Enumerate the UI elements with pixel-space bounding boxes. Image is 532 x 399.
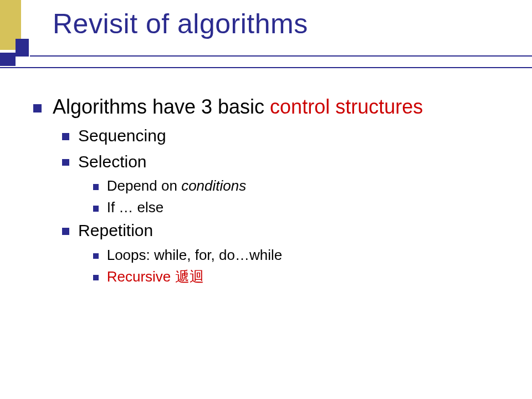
bullet-sequencing-label: Sequencing [78,125,166,147]
depend-italic: conditions [181,177,246,194]
bullet-recursive: Recursive 遞迴 [93,267,515,287]
bullet-icon [93,253,99,259]
bullet-intro-text: Algorithms have 3 basic control structur… [53,94,423,119]
bullet-icon [93,184,99,190]
bullet-recursive-label: Recursive 遞迴 [107,267,204,287]
bullet-loops: Loops: while, for, do…while [93,245,515,265]
slide: Revisit of algorithms Algorithms have 3 … [0,0,532,399]
bullet-selection: Selection [62,151,515,173]
bullet-repetition: Repetition [62,219,515,242]
bullet-icon [62,159,69,166]
slide-title: Revisit of algorithms [53,8,308,40]
bullet-icon [62,133,69,140]
bullet-icon [93,275,99,280]
bullet-icon [62,228,69,235]
bullet-selection-label: Selection [78,151,146,173]
bullet-ifelse-label: If … else [107,198,164,217]
title-underline [30,55,532,57]
bullet-depend: Depend on conditions [93,176,515,196]
title-underline-thin [0,67,532,68]
decor-navy-block-left [0,53,16,66]
depend-prefix: Depend on [107,177,181,194]
bullet-sequencing: Sequencing [62,125,515,147]
bullet-ifelse: If … else [93,198,515,217]
bullet-repetition-label: Repetition [78,219,153,242]
decor-navy-block-top [16,39,29,57]
intro-prefix: Algorithms have 3 basic [53,95,270,118]
bullet-loops-label: Loops: while, for, do…while [107,245,283,265]
intro-highlight: control structures [270,95,423,118]
bullet-depend-text: Depend on conditions [107,176,247,196]
bullet-icon [33,104,42,112]
slide-body: Algorithms have 3 basic control structur… [33,94,515,289]
bullet-icon [93,206,99,211]
bullet-intro: Algorithms have 3 basic control structur… [33,94,515,119]
